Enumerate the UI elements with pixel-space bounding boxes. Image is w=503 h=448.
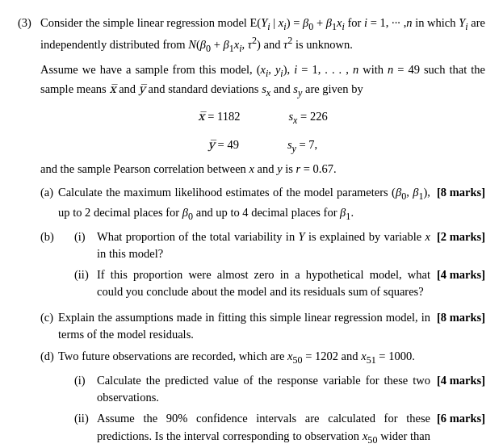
part-b-i: (i) What proportion of the total variabi… — [74, 228, 485, 262]
part-a-marks: [8 marks] — [437, 184, 485, 201]
problem-number-row: (3) Consider the simple linear regressio… — [18, 15, 485, 448]
part-b-i-marks: [2 marks] — [437, 228, 485, 245]
part-d-i-label: (i) — [74, 372, 97, 389]
part-b-body: (i) What proportion of the total variabi… — [58, 228, 485, 304]
part-c-marks: [8 marks] — [437, 309, 485, 326]
intro-paragraph-2: Assume we have a sample from this model,… — [40, 61, 485, 101]
part-a: (a) Calculate the maximum likelihood est… — [40, 184, 485, 224]
ybar-value: y̅ = 49 — [208, 136, 239, 156]
parts-list: (a) Calculate the maximum likelihood est… — [40, 184, 485, 448]
part-d-intro: Two future observations are recorded, wh… — [58, 348, 485, 367]
part-d-ii-label: (ii) — [74, 410, 97, 427]
part-a-text: Calculate the maximum likelihood estimat… — [58, 184, 430, 224]
part-d-label: (d) — [40, 348, 58, 365]
part-d-ii: (ii) Assume the 90% confidence intervals… — [74, 410, 485, 448]
sy-value: sy = 7, — [287, 136, 317, 156]
part-b-ii-marks: [4 marks] — [437, 266, 485, 283]
part-b-ii-text: If this proportion were almost zero in a… — [97, 266, 430, 300]
part-d-ii-body: Assume the 90% confidence intervals are … — [97, 410, 485, 448]
part-a-label: (a) — [40, 184, 58, 201]
intro-paragraph-1: Consider the simple linear regression mo… — [40, 15, 485, 57]
part-c-label: (c) — [40, 309, 58, 326]
xbar-value: x̅ = 1182 — [198, 108, 240, 128]
math-display-row1: x̅ = 1182 sx = 226 — [40, 108, 485, 128]
problem-number: (3) — [18, 15, 40, 31]
part-b-i-text: What proportion of the total variability… — [97, 228, 430, 262]
part-d-body: Two future observations are recorded, wh… — [58, 348, 485, 448]
part-a-body: Calculate the maximum likelihood estimat… — [58, 184, 485, 224]
part-b-ii-body: If this proportion were almost zero in a… — [97, 266, 485, 300]
correlation-line: and the sample Pearson correlation betwe… — [40, 161, 485, 178]
part-d-i: (i) Calculate the predicted value of the… — [74, 372, 485, 406]
problem-container: (3) Consider the simple linear regressio… — [18, 15, 485, 448]
part-b: (b) (i) What proportion of the total var… — [40, 228, 485, 304]
part-d-ii-marks: [6 marks] — [437, 410, 485, 427]
part-d-ii-text: Assume the 90% confidence intervals are … — [97, 410, 430, 448]
part-b-ii-label: (ii) — [74, 266, 97, 283]
problem-body: Consider the simple linear regression mo… — [40, 15, 485, 448]
part-d-i-text: Calculate the predicted value of the res… — [97, 372, 430, 406]
part-c-body: Explain the assumptions made in fitting … — [58, 309, 485, 343]
part-d-i-marks: [4 marks] — [437, 372, 485, 389]
part-c-text: Explain the assumptions made in fitting … — [58, 309, 430, 343]
part-b-ii: (ii) If this proportion were almost zero… — [74, 266, 485, 300]
part-d: (d) Two future observations are recorded… — [40, 348, 485, 448]
part-b-i-body: What proportion of the total variability… — [97, 228, 485, 262]
part-b-i-label: (i) — [74, 228, 97, 245]
sx-value: sx = 226 — [288, 108, 327, 128]
part-d-i-body: Calculate the predicted value of the res… — [97, 372, 485, 406]
part-b-label: (b) — [40, 228, 58, 245]
math-display-row2: y̅ = 49 sy = 7, — [40, 136, 485, 156]
part-c: (c) Explain the assumptions made in fitt… — [40, 309, 485, 343]
